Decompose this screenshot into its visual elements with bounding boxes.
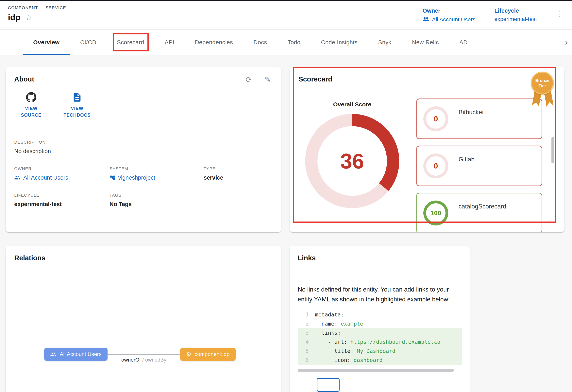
tab-dependencies[interactable]: Dependencies [185, 30, 243, 55]
overall-score-label: Overall Score [333, 101, 371, 108]
relation-graph: All Account Users ownerOf/ ownedBy ⚙ com… [44, 348, 236, 361]
scorecard-item[interactable]: 100catalogScorecard [416, 193, 542, 232]
gear-icon: ⚙ [186, 351, 191, 357]
owner-value-link[interactable]: All Account Users [432, 16, 475, 22]
bronze-tier-badge: Bronze Tier [531, 72, 555, 95]
favorite-star-icon[interactable]: ☆ [25, 14, 32, 21]
lifecycle-value: experimental-test [14, 201, 110, 208]
score-ring: 100 [423, 200, 448, 226]
relation-node-owner-label: All Account Users [60, 351, 102, 357]
score-label: catalogScorecard [459, 203, 506, 210]
relation-edge-label: ownerOf/ ownedBy [121, 357, 166, 363]
owner-field-label: OWNER [14, 166, 110, 171]
scorecard-item[interactable]: 0Gitlab [416, 146, 542, 186]
code-line: 4 - url: https://dashboard.example.co [298, 337, 462, 346]
owner-label-link[interactable]: Owner [423, 8, 475, 14]
relation-node-component[interactable]: ⚙ component:idp [180, 348, 236, 361]
links-title: Links [298, 254, 462, 262]
tier-badge-label: Bronze Tier [534, 78, 550, 88]
scorecard-scrollbar[interactable] [551, 137, 554, 163]
refresh-icon[interactable]: ⟳ [245, 75, 252, 84]
system-link[interactable]: vigneshproject [110, 175, 204, 181]
tab-bar-items: OverviewCI/CDScorecardAPIDependenciesDoc… [23, 30, 478, 55]
owner-block: Owner All Account Users [423, 8, 475, 23]
tab-code-insights[interactable]: Code Insights [311, 30, 368, 55]
description-value: No description [14, 148, 272, 154]
scorecard-title: Scorecard [299, 75, 556, 83]
relations-card: Relations All Account Users ownerOf/ own… [5, 246, 281, 392]
kebab-menu-icon[interactable]: ⋮ [556, 10, 562, 18]
breadcrumb: COMPONENT — SERVICE [8, 5, 66, 10]
description-label: DESCRIPTION [14, 140, 272, 145]
tab-ci-cd[interactable]: CI/CD [70, 30, 107, 55]
code-line: 3 links: [298, 328, 462, 337]
tags-field: TAGS No Tags [110, 193, 204, 208]
tags-value: No Tags [110, 201, 204, 208]
clipped-action-button[interactable] [317, 378, 340, 392]
relations-title: Relations [14, 254, 272, 262]
lifecycle-field-label: LIFECYCLE [14, 193, 110, 197]
page-title: idp [8, 13, 20, 22]
lifecycle-field: LIFECYCLE experimental-test [14, 193, 110, 208]
scorecard-item-list: 0Bitbucket0Gitlab100catalogScorecard [416, 98, 542, 232]
system-tree-icon [110, 175, 115, 181]
owner-link[interactable]: All Account Users [14, 175, 110, 181]
system-field-label: SYSTEM [110, 166, 204, 171]
tab-overview[interactable]: Overview [23, 30, 70, 55]
lifecycle-value: experimental-test [494, 16, 537, 22]
scorecard-item[interactable]: 0Bitbucket [416, 98, 542, 139]
relation-node-owner[interactable]: All Account Users [44, 348, 108, 361]
view-source-button[interactable]: VIEW SOURCE [14, 92, 48, 118]
tab-scroll-right-icon[interactable]: › [561, 30, 572, 55]
type-value: service [204, 175, 272, 181]
score-ring: 0 [423, 106, 448, 131]
links-card: Links No links defined for this entity. … [290, 246, 470, 392]
document-icon [72, 92, 82, 102]
tab-docs[interactable]: Docs [243, 30, 277, 55]
owner-link-label: All Account Users [23, 175, 68, 181]
system-link-label: vigneshproject [118, 175, 155, 181]
view-techdocs-button[interactable]: VIEW TECHDOCS [60, 92, 94, 118]
tab-ad[interactable]: AD [449, 30, 478, 55]
score-label: Bitbucket [459, 109, 484, 116]
people-icon [50, 351, 57, 357]
header-right: Owner All Account Users Lifecycle experi… [423, 8, 562, 23]
relation-node-component-label: component:idp [195, 351, 230, 357]
view-source-label: VIEW SOURCE [14, 105, 48, 118]
relation-edge: ownerOf/ ownedBy [108, 348, 180, 361]
score-value: 0 [434, 162, 438, 170]
lifecycle-block: Lifecycle experimental-test [494, 8, 537, 22]
tab-scorecard[interactable]: Scorecard [107, 30, 155, 55]
view-techdocs-label: VIEW TECHDOCS [60, 105, 94, 118]
code-line: 1metadata: [298, 310, 462, 319]
tags-field-label: TAGS [110, 193, 204, 197]
overall-score-section: Overall Score 36 [299, 83, 406, 232]
edge-label-primary: ownerOf [121, 357, 141, 363]
code-line: 5 title: My Dashboard [298, 346, 462, 355]
score-value: 100 [430, 210, 441, 217]
people-icon [14, 175, 21, 181]
type-field-label: TYPE [204, 166, 272, 171]
people-icon [423, 16, 429, 23]
type-field: TYPE service [204, 166, 272, 181]
relation-edge-line [108, 354, 180, 355]
overall-score-donut: 36 [305, 114, 399, 208]
code-block: 1metadata:2 name: example3 links:4 - url… [298, 310, 462, 364]
tab-todo[interactable]: Todo [277, 30, 311, 55]
page-header: COMPONENT — SERVICE idp ☆ Owner All Acco… [0, 1, 572, 30]
overall-score-value: 36 [305, 114, 399, 208]
tab-snyk[interactable]: Snyk [368, 30, 402, 55]
tab-bar: OverviewCI/CDScorecardAPIDependenciesDoc… [0, 30, 572, 55]
lifecycle-label-link[interactable]: Lifecycle [494, 8, 537, 14]
edit-pencil-icon[interactable]: ✎ [264, 75, 271, 84]
app: COMPONENT — SERVICE idp ☆ Owner All Acco… [0, 0, 572, 392]
code-line: 6 icon: dashboard [298, 355, 462, 364]
code-line: 2 name: example [298, 319, 462, 328]
owner-field: OWNER All Account Users [14, 166, 110, 181]
score-ring: 0 [423, 153, 448, 179]
tab-new-relic[interactable]: New Relic [402, 30, 449, 55]
tab-api[interactable]: API [154, 30, 185, 55]
edge-label-secondary: / ownedBy [142, 357, 166, 363]
scorecard-card: Bronze Tier Scorecard Overall Score 36 0… [290, 67, 564, 232]
code-scrollbar-horizontal[interactable] [298, 368, 454, 372]
